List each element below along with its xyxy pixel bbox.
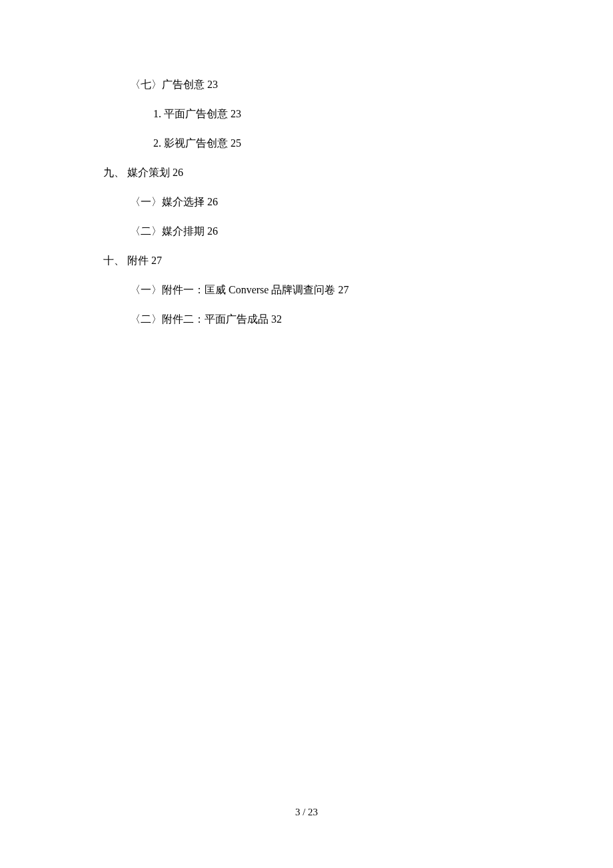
toc-entry: 十、 附件 27 [103,253,540,269]
toc-entry: 〈二〉附件二：平面广告成品 32 [103,311,540,327]
toc-entry: 〈七〉广告创意 23 [103,77,540,93]
toc-entry: 〈一〉媒介选择 26 [103,194,540,210]
toc-entry: 〈二〉媒介排期 26 [103,223,540,239]
page-number: 3 / 23 [0,807,613,818]
toc-entry: 〈一〉附件一：匡威 Converse 品牌调查问卷 27 [103,282,540,298]
toc-content: 〈七〉广告创意 23 1. 平面广告创意 23 2. 影视广告创意 25 九、 … [0,0,613,327]
toc-entry: 2. 影视广告创意 25 [103,135,540,151]
toc-entry: 九、 媒介策划 26 [103,165,540,181]
toc-entry: 1. 平面广告创意 23 [103,106,540,122]
